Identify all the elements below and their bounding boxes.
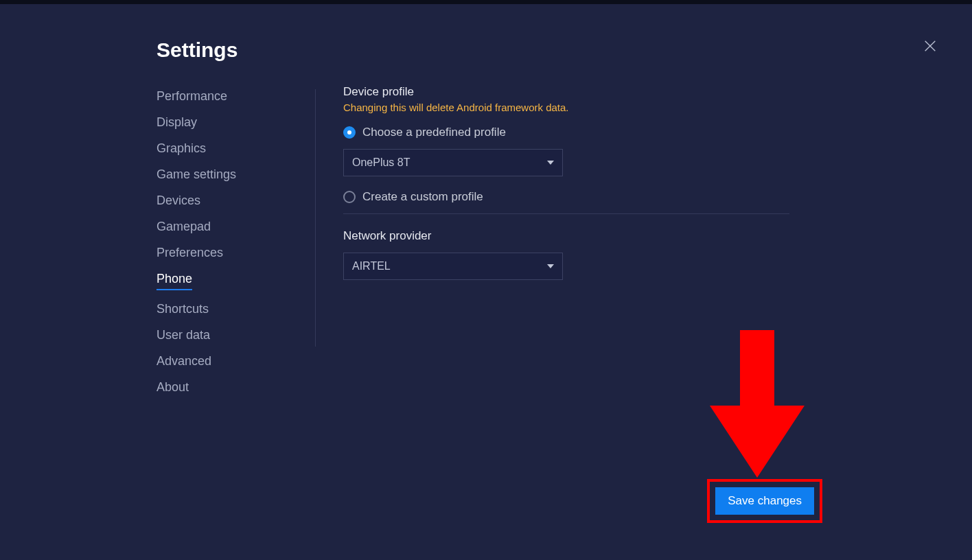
network-provider-selected-value: AIRTEL (352, 260, 391, 272)
chevron-down-icon (547, 161, 554, 165)
device-profile-select[interactable]: OnePlus 8T (343, 149, 563, 176)
close-button[interactable] (923, 38, 938, 54)
sidebar-item-display[interactable]: Display (157, 115, 197, 130)
radio-icon (343, 126, 356, 139)
device-profile-selected-value: OnePlus 8T (352, 156, 410, 169)
settings-panel: Settings Performance Display Graphics Ga… (0, 4, 972, 560)
sidebar-item-phone[interactable]: Phone (157, 272, 192, 290)
chevron-down-icon (547, 264, 554, 268)
sidebar-item-devices[interactable]: Devices (157, 194, 200, 208)
close-icon (923, 38, 938, 54)
radio-predefined-profile[interactable]: Choose a predefined profile (343, 126, 789, 139)
sidebar-item-about[interactable]: About (157, 380, 189, 395)
annotation-highlight-box: Save changes (707, 479, 822, 523)
save-changes-button[interactable]: Save changes (715, 487, 814, 515)
radio-predefined-label: Choose a predefined profile (362, 126, 506, 139)
radio-custom-label: Create a custom profile (362, 190, 483, 204)
sidebar-item-preferences[interactable]: Preferences (157, 246, 223, 260)
sidebar-item-game-settings[interactable]: Game settings (157, 167, 236, 182)
page-title: Settings (157, 38, 238, 62)
sidebar-item-graphics[interactable]: Graphics (157, 141, 206, 156)
device-profile-warning: Changing this will delete Android framew… (343, 102, 789, 113)
radio-custom-profile[interactable]: Create a custom profile (343, 190, 789, 204)
settings-sidebar: Performance Display Graphics Game settin… (157, 89, 294, 395)
device-profile-heading: Device profile (343, 85, 789, 99)
sidebar-item-shortcuts[interactable]: Shortcuts (157, 302, 209, 316)
footer-actions: Save changes (707, 479, 822, 523)
sidebar-item-advanced[interactable]: Advanced (157, 354, 211, 369)
network-provider-select[interactable]: AIRTEL (343, 253, 563, 280)
radio-icon (343, 191, 356, 203)
section-divider (343, 213, 789, 214)
sidebar-item-user-data[interactable]: User data (157, 328, 210, 342)
sidebar-item-performance[interactable]: Performance (157, 89, 227, 104)
sidebar-item-gamepad[interactable]: Gamepad (157, 220, 211, 234)
annotation-arrow-icon (710, 330, 805, 478)
network-provider-heading: Network provider (343, 229, 789, 243)
vertical-divider (315, 89, 316, 347)
settings-content: Device profile Changing this will delete… (343, 85, 789, 294)
